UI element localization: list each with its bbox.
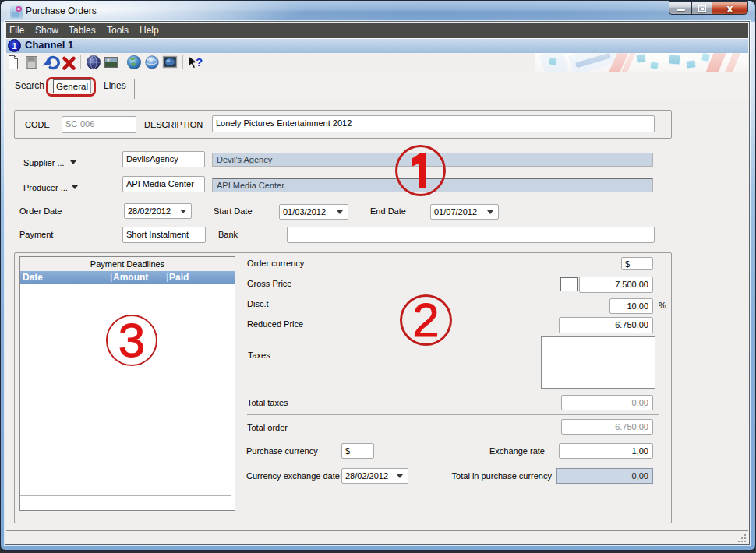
svg-text:?: ? bbox=[196, 55, 203, 69]
